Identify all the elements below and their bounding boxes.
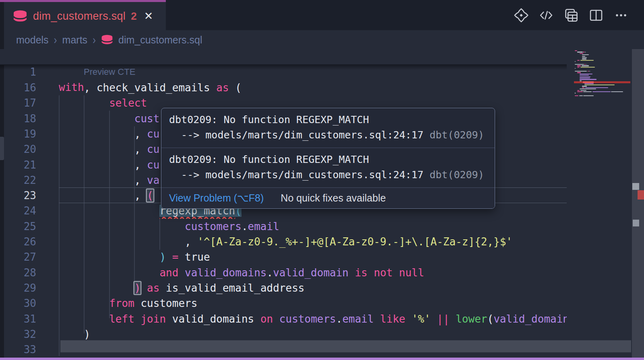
code-line[interactable]: 31left join valid_domains on customers.e…: [0, 311, 567, 327]
panel-drag-handle[interactable]: [0, 137, 4, 160]
no-quick-fixes-label: No quick fixes available: [281, 192, 386, 204]
diagnostic-message: dbt0209: No function REGEXP_MATCH --> mo…: [161, 108, 495, 148]
line-number: 22: [4, 173, 36, 188]
overview-ruler-mark: [633, 220, 639, 226]
line-number: 21: [4, 157, 36, 173]
tab-dim-customers[interactable]: dim_customers.sql 2 ✕: [0, 0, 166, 30]
code-line[interactable]: 28and valid_domains.valid_domain is not …: [0, 265, 567, 281]
breadcrumb: models›marts›dim_customers.sql: [16, 30, 202, 49]
breadcrumb-item-marts[interactable]: marts: [62, 34, 88, 46]
line-number: 33: [4, 342, 36, 357]
line-number: 30: [4, 296, 36, 311]
split-editor-icon[interactable]: [588, 8, 604, 23]
overview-ruler-error-mark: [638, 190, 644, 200]
line-number: 20: [4, 142, 36, 157]
problem-hover-widget: dbt0209: No function REGEXP_MATCH --> mo…: [161, 108, 495, 209]
tab-dirty-count: 2: [131, 10, 136, 23]
diagnostic-message: dbt0209: No function REGEXP_MATCH --> mo…: [161, 148, 495, 187]
line-number: 29: [4, 280, 36, 296]
minimap-error-line: [574, 81, 630, 83]
line-number: 32: [4, 327, 36, 342]
editor-window: dim_customers.sql 2 ✕: [0, 0, 644, 360]
bottom-accent-bar: [0, 358, 644, 360]
breadcrumb-item-dim_customers.sql[interactable]: dim_customers.sql: [118, 34, 202, 46]
minimap[interactable]: [567, 49, 632, 360]
code-line[interactable]: 26, '^[A-Za-z0-9._%+-]+@[A-Za-z0-9.-]+\.…: [0, 234, 567, 250]
line-number: 28: [4, 265, 36, 280]
code-editor[interactable]: Preview CTE 16, check_valid_emails as (1…: [0, 49, 644, 360]
line-number: 1: [4, 64, 36, 80]
duplicate-table-icon[interactable]: [564, 8, 579, 23]
hover-footer: View Problem (⌥F8) No quick fixes availa…: [161, 187, 495, 208]
line-number: 31: [4, 311, 36, 327]
sticky-scroll-shadow: [0, 65, 567, 70]
code-icon[interactable]: [539, 8, 554, 23]
database-icon: [101, 35, 113, 45]
code-line[interactable]: 27) = true: [0, 249, 567, 265]
code-line[interactable]: 30from customers: [0, 296, 567, 311]
sticky-scroll-line[interactable]: 1 with: [0, 49, 567, 65]
code-line[interactable]: 32): [0, 327, 567, 342]
editor-actions: [514, 0, 629, 30]
close-icon[interactable]: ✕: [144, 11, 153, 22]
line-number: 25: [4, 219, 36, 234]
chevron-right-icon: ›: [93, 33, 96, 47]
vertical-scrollbar[interactable]: [632, 49, 644, 360]
tab-title: dim_customers.sql: [33, 10, 126, 23]
line-number: 19: [4, 126, 36, 142]
line-number: 18: [4, 111, 36, 126]
tab-bar: dim_customers.sql 2 ✕: [0, 0, 644, 30]
database-icon: [13, 10, 27, 23]
dbt-icon[interactable]: [514, 8, 529, 23]
code-line[interactable]: 25customers.email: [0, 219, 567, 235]
breadcrumb-item-models[interactable]: models: [16, 34, 49, 46]
chevron-right-icon: ›: [54, 33, 57, 47]
overview-ruler-mark: [632, 183, 639, 190]
view-problem-link[interactable]: View Problem (⌥F8): [169, 192, 264, 204]
line-number: 23: [4, 188, 36, 203]
line-number: 17: [4, 95, 36, 111]
line-number: 24: [4, 203, 36, 218]
more-actions-icon[interactable]: [613, 8, 629, 23]
horizontal-scrollbar[interactable]: [60, 340, 631, 352]
code-line[interactable]: 29) as is_valid_email_address: [0, 280, 567, 296]
line-number: 26: [4, 234, 36, 249]
line-number: 27: [4, 249, 36, 265]
